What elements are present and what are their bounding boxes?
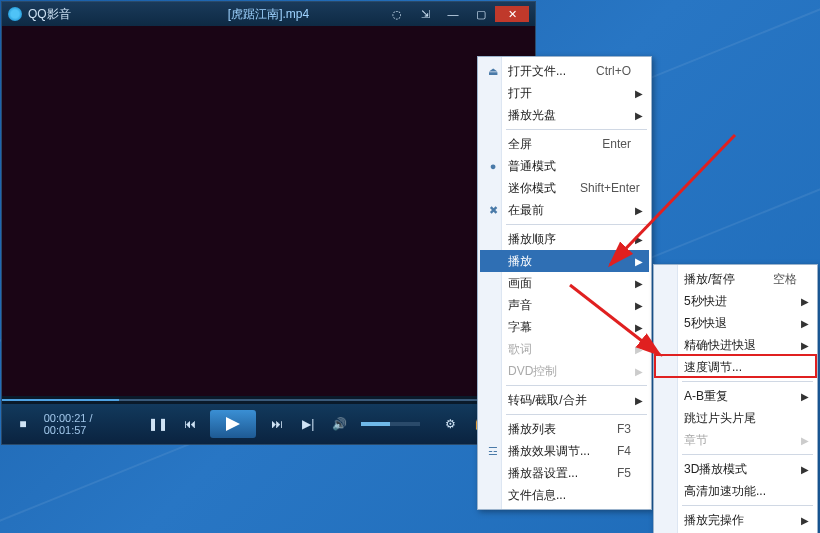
video-area[interactable] xyxy=(2,26,535,396)
volume-icon[interactable]: 🔊 xyxy=(329,413,351,435)
volume-slider[interactable] xyxy=(361,422,420,426)
submenu-precise[interactable]: 精确快进快退▶ xyxy=(656,334,815,356)
menu-open-file[interactable]: ⏏ 打开文件...Ctrl+O xyxy=(480,60,649,82)
menu-normal-mode[interactable]: ● 普通模式 xyxy=(480,155,649,177)
submenu-ab-repeat[interactable]: A-B重复▶ xyxy=(656,385,815,407)
pin-menu-icon: ✖ xyxy=(485,202,501,218)
player-window: QQ影音 [虎踞江南].mp4 ◌ ⇲ — ▢ ✕ ■ 00:00:21 / 0… xyxy=(1,1,536,445)
file-title: [虎踞江南].mp4 xyxy=(228,6,309,23)
step-button[interactable]: ▶| xyxy=(297,413,319,435)
submenu-3d[interactable]: 3D播放模式▶ xyxy=(656,458,815,480)
submenu-speed[interactable]: 速度调节... xyxy=(656,356,815,378)
menu-dvd-control: DVD控制▶ xyxy=(480,360,649,382)
submenu-chapter: 章节▶ xyxy=(656,429,815,451)
eject-icon: ⏏ xyxy=(485,63,501,79)
submenu-skip[interactable]: 跳过片头片尾 xyxy=(656,407,815,429)
menu-playlist[interactable]: 播放列表F3 xyxy=(480,418,649,440)
app-logo-icon xyxy=(8,7,22,21)
time-display: 00:00:21 / 00:01:57 xyxy=(44,412,137,436)
control-bar: ■ 00:00:21 / 00:01:57 ❚❚ ⏮ ⏭ ▶| 🔊 ⚙ 📂 ≡ xyxy=(2,404,535,444)
menu-on-top[interactable]: ✖ 在最前▶ xyxy=(480,199,649,221)
submenu-ff5[interactable]: 5秒快进▶ xyxy=(656,290,815,312)
menu-settings[interactable]: 播放器设置...F5 xyxy=(480,462,649,484)
stop-button[interactable]: ■ xyxy=(12,413,34,435)
titlebar[interactable]: QQ影音 [虎踞江南].mp4 ◌ ⇲ — ▢ ✕ xyxy=(2,2,535,26)
menu-subtitle[interactable]: 字幕▶ xyxy=(480,316,649,338)
context-menu-play-sub: 播放/暂停空格 5秒快进▶ 5秒快退▶ 精确快进快退▶ 速度调节... A-B重… xyxy=(653,264,818,533)
seek-bar[interactable] xyxy=(2,396,535,404)
submenu-after-play[interactable]: 播放完操作▶ xyxy=(656,509,815,531)
menu-transcode[interactable]: 转码/截取/合并▶ xyxy=(480,389,649,411)
submenu-play-pause[interactable]: 播放/暂停空格 xyxy=(656,268,815,290)
menu-fullscreen[interactable]: 全屏Enter xyxy=(480,133,649,155)
menu-play-disc[interactable]: 播放光盘▶ xyxy=(480,104,649,126)
submenu-rw5[interactable]: 5秒快退▶ xyxy=(656,312,815,334)
menu-fileinfo[interactable]: 文件信息... xyxy=(480,484,649,506)
next-button[interactable]: ⏭ xyxy=(266,413,288,435)
close-button[interactable]: ✕ xyxy=(495,6,529,22)
context-menu-main: ⏏ 打开文件...Ctrl+O 打开▶ 播放光盘▶ 全屏Enter ● 普通模式… xyxy=(477,56,652,510)
menu-play-order[interactable]: 播放顺序▶ xyxy=(480,228,649,250)
app-name: QQ影音 xyxy=(28,6,71,23)
submenu-hwaccel[interactable]: 高清加速功能... xyxy=(656,480,815,502)
menu-effect[interactable]: ☲ 播放效果调节...F4 xyxy=(480,440,649,462)
pin-icon[interactable]: ⇲ xyxy=(411,6,439,22)
menu-open[interactable]: 打开▶ xyxy=(480,82,649,104)
svg-marker-0 xyxy=(226,417,240,431)
maximize-button[interactable]: ▢ xyxy=(467,6,495,22)
pause-button[interactable]: ❚❚ xyxy=(147,413,169,435)
menu-picture[interactable]: 画面▶ xyxy=(480,272,649,294)
chat-icon[interactable]: ◌ xyxy=(383,6,411,22)
menu-play[interactable]: 播放▶ xyxy=(480,250,649,272)
dot-icon: ● xyxy=(485,158,501,174)
menu-mini-mode[interactable]: 迷你模式Shift+Enter xyxy=(480,177,649,199)
prev-button[interactable]: ⏮ xyxy=(179,413,201,435)
menu-sound[interactable]: 声音▶ xyxy=(480,294,649,316)
minimize-button[interactable]: — xyxy=(439,6,467,22)
play-button[interactable] xyxy=(210,410,255,438)
menu-lyrics: 歌词▶ xyxy=(480,338,649,360)
equalizer-icon: ☲ xyxy=(485,443,501,459)
settings-icon[interactable]: ⚙ xyxy=(440,413,462,435)
